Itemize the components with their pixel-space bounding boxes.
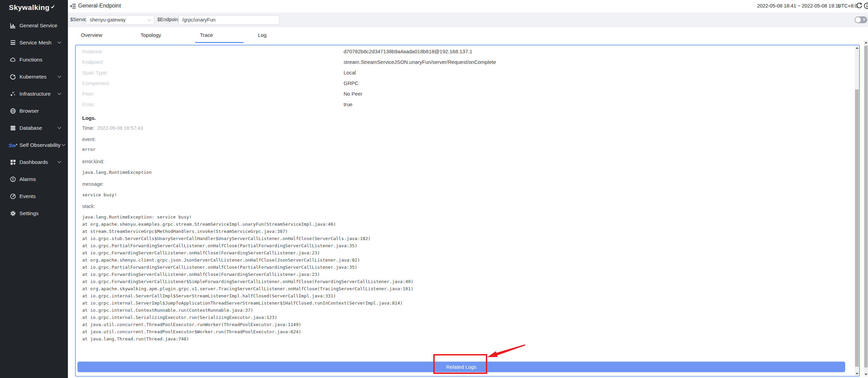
scrollbar-thumb[interactable] [864,46,868,367]
active-tab-underline [195,42,244,43]
sidebar-item-settings[interactable]: Settings [0,205,68,222]
stack-line: at stream.StreamServiceGrpc$MethodHandle… [82,228,855,235]
sidebar-item-dashboards[interactable]: Dashboards [0,154,68,171]
skywalking-sw-icon: Swʻ [10,142,16,149]
field-label: Endpoint: [82,59,104,65]
span-detail-content: Instance: d70782b8c2d347138b9a4aada018b8… [76,46,855,372]
chevron-down-icon [57,41,61,44]
dots-cluster-icon [10,90,16,97]
cloud-icon [10,56,16,63]
endpoint-input[interactable]: /grpc/unaryFun [178,15,279,25]
sidebar-item-label: Kubernetes [19,74,46,80]
stack-line: at io.grpc.ForwardingServerCallListener$… [82,278,855,285]
alarm-icon [10,176,16,183]
stack-line: at io.grpc.internal.ServerImpl$JumpToApp… [82,299,855,307]
sidebar-item-browser[interactable]: Browser [0,102,68,120]
mesh-layers-icon [10,39,16,46]
span-field-row: Component: GRPC [82,78,855,88]
skywalking-logo: Skywalking [9,3,56,12]
sidebar-item-database[interactable]: Database [0,120,68,137]
tab-topology[interactable]: Topology [141,27,161,43]
panel-scrollbar[interactable] [855,46,859,376]
stack-line: at io.grpc.internal.SerializingExecutor.… [82,314,855,321]
scrollbar-thumb[interactable] [855,89,859,367]
main-area: General-Endpoint 2022-05-08 18:41 ~ 2022… [68,0,868,378]
sidebar-item-label: Database [19,125,42,131]
sidebar-item-label: Events [19,193,35,199]
stack-line: at io.grpc.ForwardingServerCallListener.… [82,271,855,278]
endpoint-input-value: /grpc/unaryFun [182,17,216,23]
info-icon[interactable] [864,2,868,9]
stack-line: at io.grpc.internal.ContextRunnable.run(… [82,307,855,314]
stack-line: at io.grpc.PartialForwardingServerCallLi… [82,264,855,271]
field-value: d70782b8c2d347138b9a4aada018b818@192.168… [344,46,472,57]
timezone-label[interactable]: UTC+8:0 [838,3,857,9]
field-label: Error: [82,101,95,107]
logs-heading: Logs. [82,114,855,122]
event-label: event: [82,136,855,143]
sidebar-item-label: Infrastructure [19,91,50,97]
sidebar-item-label: General Service [19,23,57,29]
sidebar-item-functions[interactable]: Functions [0,51,68,68]
field-value: stream.StreamServiceJSON.unaryFun/server… [344,57,496,67]
tab-trace[interactable]: Trace [200,27,213,43]
service-select[interactable]: shenyu-gateway [86,15,154,25]
sidebar-item-infrastructure[interactable]: Infrastructure [0,85,68,102]
sidebar-item-label: Settings [19,210,39,216]
sidebar-item-label: Functions [19,57,42,63]
endpoint-label: $Endpoint [157,17,179,22]
service-select-value: shenyu-gateway [90,17,126,23]
stack-line: java.lang.RuntimeException: service busy… [82,213,855,221]
stack-line: at org.apache.shenyu.examples.grpc.strea… [82,221,855,228]
app-window: Skywalking General Service Service Mesh [0,0,868,378]
stack-line: at java.lang.Thread.run(Thread.java:748) [82,335,855,342]
chevron-down-icon [57,93,61,95]
chevron-down-icon [61,144,66,146]
span-field-row: Error: true [82,99,855,110]
collapse-sidebar-icon[interactable] [70,3,76,9]
title-bar: General-Endpoint 2022-05-08 18:41 ~ 2022… [68,0,868,13]
scroll-up-icon[interactable] [864,40,868,45]
tab-log[interactable]: Log [258,27,266,43]
refresh-icon[interactable] [856,2,863,9]
scroll-down-icon[interactable] [855,372,859,376]
sidebar-item-label: Service Mesh [19,40,52,46]
tab-overview[interactable]: Overview [81,27,102,43]
sidebar-item-service-mesh[interactable]: Service Mesh [0,34,68,51]
chevron-down-icon [57,161,61,164]
sidebar-item-self-observability[interactable]: Swʻ Self Observability [0,137,68,154]
field-label: Peer: [82,91,95,97]
sidebar-item-alarms[interactable]: Alarms [0,171,68,188]
scroll-down-icon[interactable] [864,372,868,377]
sidebar-nav: General Service Service Mesh Functions [0,17,68,222]
sidebar: Skywalking General Service Service Mesh [0,0,68,378]
logo-swoosh-icon [50,4,56,9]
field-value: GRPC [344,78,358,88]
tab-strip: Overview Topology Trace Log [68,27,868,45]
stack-line: at io.grpc.internal.ServerCallImpl$Serve… [82,292,855,299]
stack-line: at java.util.concurrent.ThreadPoolExecut… [82,328,855,335]
sidebar-item-events[interactable]: Events [0,188,68,205]
event-value: error [82,146,855,153]
globe-icon [10,108,16,114]
stack-line: at io.grpc.stub.ServerCalls$UnaryServerC… [82,235,855,242]
kubernetes-icon [10,73,16,80]
sidebar-item-kubernetes[interactable]: Kubernetes [0,68,68,85]
span-field-row: Endpoint: stream.StreamServiceJSON.unary… [82,57,855,67]
stack-label: stack: [82,202,855,210]
scroll-up-icon[interactable] [855,46,859,50]
sidebar-item-label: Browser [19,108,39,114]
window-scrollbar[interactable] [864,40,868,377]
gear-icon [10,210,16,217]
related-logs-button[interactable]: Related Logs [77,362,845,372]
time-range[interactable]: 2022-05-08 18:41 ~ 2022-05-08 19:11 [757,3,840,9]
log-time-row: Time:2022-05-08 18:57:43 [82,124,855,132]
field-value: Local [344,67,356,78]
stack-line: at org.apache.shenyu.client.grpc.json.Js… [82,256,855,264]
field-label: Span Type: [82,70,108,75]
sidebar-item-general-service[interactable]: General Service [0,17,68,34]
sidebar-item-label: Dashboards [19,159,48,165]
database-icon [10,125,16,131]
field-value: No Peer [344,88,362,99]
auto-refresh-toggle[interactable]: V [855,16,867,23]
